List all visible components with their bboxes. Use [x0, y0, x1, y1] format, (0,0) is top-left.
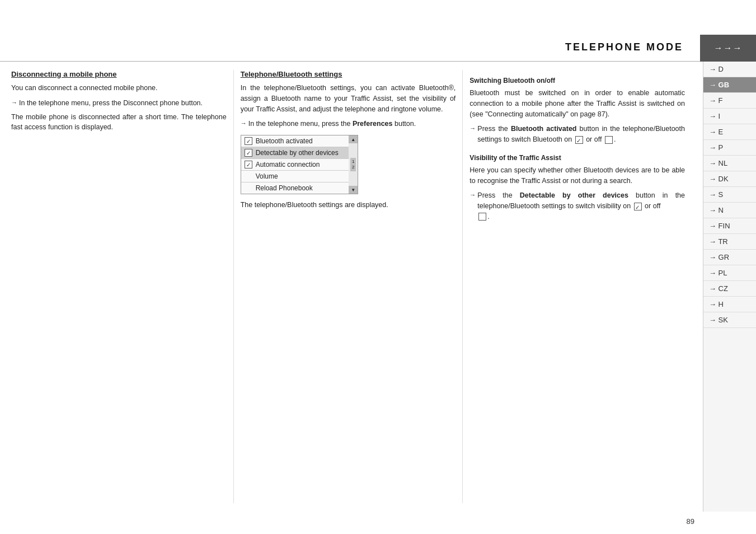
bt-checkbox-0	[245, 137, 252, 145]
bluetooth-on-icon	[575, 136, 583, 144]
bt-row-2[interactable]: Automatic connection	[241, 159, 349, 171]
col1-para2: The mobile phone is disconnected after a…	[11, 112, 227, 133]
nav-arrows-label: →→→	[714, 43, 743, 53]
col3: Switching Bluetooth on/off Bluetooth mus…	[463, 70, 692, 503]
sidebar-item-e[interactable]: → E	[703, 124, 756, 140]
bt-scrollbar[interactable]: ▲1 2▼	[349, 135, 358, 194]
col3-section2-para1: Here you can specify whether other Bluet…	[469, 165, 685, 186]
sidebar-item-h[interactable]: → H	[703, 297, 756, 312]
bt-row-label-0: Bluetooth activated	[256, 137, 345, 145]
col2-para1: In the telephone/Bluetooth settings, you…	[241, 83, 456, 114]
bt-row-0[interactable]: Bluetooth activated	[241, 135, 349, 147]
header-bar: TELEPHONE MODE	[0, 34, 756, 62]
col3-s1-bullet-pre: Press the	[477, 125, 511, 133]
col2-title: Telephone/Bluetooth settings	[241, 70, 456, 78]
col3-s1-bullet-bold: Bluetooth activated	[511, 125, 577, 133]
bt-row-label-2: Automatic connection	[256, 161, 345, 168]
col3-section1-title: Switching Bluetooth on/off	[469, 77, 685, 85]
nav-arrows[interactable]: →→→	[700, 35, 756, 62]
bt-scroll-thumb: 1 2	[350, 158, 356, 171]
page-title: TELEPHONE MODE	[565, 41, 683, 53]
col1-bullet1: In the telephone menu, press the Disconn…	[11, 98, 227, 109]
bt-row-label-3: Volume	[256, 172, 345, 180]
sidebar-item-sk[interactable]: → SK	[703, 312, 756, 328]
bt-scroll-up[interactable]: ▲	[349, 135, 358, 143]
col2-bullet1: In the telephone menu, press the Prefere…	[241, 119, 456, 129]
col3-section1-para1: Bluetooth must be switched on in order t…	[469, 88, 685, 119]
bt-row-1[interactable]: Detectable by other devices	[241, 147, 349, 159]
col3-s2-bullet-bold: Detectable by other devices	[520, 191, 628, 199]
col3-section1-bullet: Press the Bluetooth activated button in …	[469, 124, 685, 145]
sidebar-item-n[interactable]: → N	[703, 203, 756, 218]
col1-para1: You can disconnect a connected mobile ph…	[11, 83, 227, 93]
sidebar-item-gb[interactable]: → GB	[703, 77, 756, 93]
sidebar-item-tr[interactable]: → TR	[703, 234, 756, 250]
col1: Disconnecting a mobile phone You can dis…	[11, 70, 234, 503]
col1-title: Disconnecting a mobile phone	[11, 70, 227, 78]
bt-row-label-4: Reload Phonebook	[256, 184, 345, 192]
visibility-on-icon	[634, 203, 642, 210]
sidebar-item-fin[interactable]: → FIN	[703, 218, 756, 234]
col3-section2-title: Visibility of the Traffic Assist	[469, 154, 685, 162]
visibility-off-icon	[478, 213, 486, 221]
sidebar-item-d[interactable]: → D	[703, 62, 756, 77]
bt-scroll-track: 1 2	[349, 143, 358, 186]
col2: Telephone/Bluetooth settings In the tele…	[234, 70, 463, 503]
bluetooth-off-icon	[605, 136, 613, 144]
sidebar: → D→ GB→ F→ I→ E→ P→ NL→ DK→ S→ N→ FIN→ …	[703, 62, 756, 512]
main-content: Disconnecting a mobile phone You can dis…	[0, 62, 703, 512]
col3-s1-bullet-end: or off	[586, 135, 602, 143]
bt-settings-widget: Bluetooth activatedDetectable by other d…	[241, 135, 358, 194]
sidebar-item-p[interactable]: → P	[703, 140, 756, 156]
sidebar-item-pl[interactable]: → PL	[703, 265, 756, 281]
col3-section2-bullet: Press the Detectable by other devices bu…	[469, 190, 685, 222]
sidebar-item-i[interactable]: → I	[703, 109, 756, 124]
col2-bullet1-bold: Preferences	[353, 120, 393, 128]
col3-s2-bullet-end: or off	[645, 202, 660, 210]
bt-row-3[interactable]: Volume	[241, 171, 349, 182]
sidebar-item-dk[interactable]: → DK	[703, 171, 756, 187]
col2-bullet1-pre: In the telephone menu, press the	[248, 120, 353, 128]
col3-s2-bullet-pre: Press the	[477, 191, 519, 199]
bt-checkbox-2	[245, 161, 252, 168]
page-number: 89	[687, 517, 694, 526]
col2-bullet1-post: button.	[393, 120, 416, 128]
bt-scroll-down[interactable]: ▼	[349, 186, 358, 194]
bt-row-4[interactable]: Reload Phonebook	[241, 182, 349, 194]
sidebar-item-s[interactable]: → S	[703, 187, 756, 203]
sidebar-item-gr[interactable]: → GR	[703, 250, 756, 265]
sidebar-item-f[interactable]: → F	[703, 93, 756, 109]
bt-checkbox-1	[245, 149, 252, 157]
sidebar-item-cz[interactable]: → CZ	[703, 281, 756, 297]
bt-row-label-1: Detectable by other devices	[256, 149, 345, 157]
col2-para2: The telephone/Bluetooth settings are dis…	[241, 200, 456, 210]
sidebar-item-nl[interactable]: → NL	[703, 156, 756, 171]
